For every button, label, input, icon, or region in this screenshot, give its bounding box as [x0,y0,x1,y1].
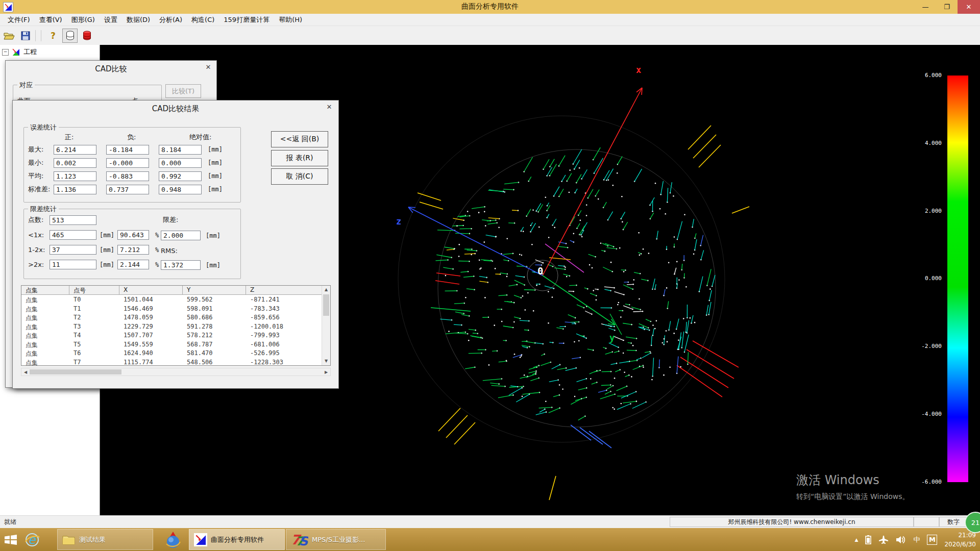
title-bar[interactable]: 曲面分析专用软件 — ❐ ✕ [0,0,980,14]
stat-value-field[interactable]: 1.123 [54,171,96,181]
scroll-left-icon[interactable]: ◀ [21,368,30,377]
color-scale-tick: 6.000 [914,72,942,79]
battery-icon[interactable] [865,535,871,544]
limit-value-field[interactable]: 37 [50,245,96,255]
stat-value-field[interactable]: 0.000 [159,158,202,168]
limit-label: % [155,246,159,254]
stat-value-field[interactable]: 1.136 [54,185,96,194]
correspond-group-label: 对应 [17,81,35,90]
ie-button[interactable]: e [21,528,43,551]
table-row[interactable]: 点集T41507.707578.212-799.993 [21,331,330,340]
scroll-down-icon[interactable]: ▼ [322,357,330,365]
restore-button[interactable]: ❐ [936,0,958,14]
cylinder-view-button[interactable] [62,29,78,43]
limit-value-field[interactable]: 2.144 [117,260,149,269]
compare-button[interactable]: 比较(T) [165,84,201,98]
limit-label: % [155,232,159,239]
taskbar-folder-window[interactable]: 测试结果 [57,529,153,550]
open-file-button[interactable] [2,29,16,42]
table-col-header[interactable]: 点号 [69,286,119,295]
limit-value-field[interactable]: 465 [50,230,96,240]
result-table-header: 点集点号XYZ [21,286,330,295]
limit-label: [mm] [100,246,114,254]
stat-label: [mm] [208,146,223,153]
taskbar-mps-label: MPS/S工业摄影... [312,535,365,544]
compare-dialog-close-icon[interactable]: ✕ [203,63,213,72]
table-row[interactable]: 点集T21478.059580.686-859.656 [21,313,330,322]
menu-item-2[interactable]: 查看(V) [35,14,67,26]
red-cylinder-icon [83,31,91,40]
stat-value-field[interactable]: 0.737 [106,185,149,194]
menu-item-4[interactable]: 设置 [100,14,122,26]
table-row[interactable]: 点集T71115.774548.506-1228.303 [21,358,330,366]
table-row[interactable]: 点集T51549.559568.787-681.006 [21,340,330,349]
horizontal-scrollbar[interactable]: ◀ ▶ [21,368,331,376]
rms-field[interactable]: 1.372 [161,260,201,270]
stat-value-field[interactable]: -8.184 [106,145,149,155]
stat-value-field[interactable]: 8.184 [159,145,202,155]
table-col-header[interactable]: X [119,286,183,295]
menu-item-7[interactable]: 构造(C) [187,14,219,26]
taskbar-clock[interactable]: 21:09 2020/6/30 [944,531,976,549]
tolerance-field[interactable]: 2.000 [161,231,201,240]
table-cell: 1229.729 [119,322,183,331]
report-button[interactable]: 报 表(R) [271,150,328,166]
taskbar-active-window[interactable]: 曲面分析专用软件 [189,529,285,550]
table-cell: 581.470 [183,348,246,358]
vscroll-thumb[interactable] [323,294,329,316]
table-col-header[interactable]: 点集 [21,286,69,295]
open-folder-icon [4,31,15,40]
cancel-button[interactable]: 取 消(C) [271,168,328,185]
table-row[interactable]: 点集T31229.729591.278-1200.018 [21,322,330,331]
minimize-button[interactable]: — [915,0,936,14]
cad-compare-result-dialog[interactable]: CAD比较结果 ✕ 误差统计 正:负:绝对值: 最大:6.214-8.1848.… [12,100,339,389]
close-button[interactable]: ✕ [958,0,980,14]
globe-app-button[interactable] [162,528,184,551]
menu-item-5[interactable]: 数据(D) [122,14,155,26]
table-col-header[interactable]: Z [246,286,323,295]
taskbar-mps-window[interactable]: 77S MPS/S工业摄影... [286,529,386,550]
speaker-icon[interactable] [896,535,906,544]
menu-item-1[interactable]: 文件(F) [3,14,35,26]
save-button[interactable] [18,29,33,42]
stat-value-field[interactable]: 0.948 [159,185,202,194]
result-table[interactable]: 点集点号XYZ 点集T01501.044599.562-871.241点集T11… [21,285,331,366]
red-cylinder-button[interactable] [80,29,94,42]
table-row[interactable]: 点集T11546.469598.091-783.343 [21,304,330,313]
stat-value-field[interactable]: -0.000 [106,158,149,168]
error-col-header: 负: [116,133,178,142]
stat-value-field[interactable]: -0.883 [106,171,149,181]
menu-item-8[interactable]: 159打磨量计算 [219,14,274,26]
start-button[interactable] [0,528,21,551]
show-hidden-icons[interactable]: ▲ [855,537,859,542]
vertical-scrollbar[interactable]: ▲ ▼ [322,286,330,365]
menu-item-3[interactable]: 图形(G) [67,14,100,26]
scroll-up-icon[interactable]: ▲ [322,286,330,294]
airplane-mode-icon[interactable] [878,535,889,544]
tree-node-label: 工程 [23,47,37,57]
limit-label: <1x: [28,231,50,239]
table-row[interactable]: 点集T01501.044599.562-871.241 [21,295,330,304]
limit-value-field[interactable]: 11 [50,260,96,269]
table-col-header[interactable]: Y [183,286,246,295]
rms-unit: [mm] [206,262,220,269]
stat-value-field[interactable]: 6.214 [54,145,96,155]
ime-mode-indicator[interactable]: M [927,535,937,545]
menu-item-6[interactable]: 分析(A) [155,14,187,26]
result-dialog-close-icon[interactable]: ✕ [324,103,334,112]
scroll-right-icon[interactable]: ▶ [322,368,330,377]
tree-node-project[interactable]: − 工程 [0,45,100,59]
tree-expand-icon[interactable]: − [2,49,9,56]
table-cell: 591.278 [183,322,246,331]
limit-value-field[interactable]: 7.212 [117,245,149,255]
back-button[interactable]: <<返 回(B) [271,131,328,147]
help-button[interactable]: ? [46,29,60,42]
limit-value-field[interactable]: 90.643 [117,230,149,240]
menu-item-9[interactable]: 帮助(H) [274,14,307,26]
table-row[interactable]: 点集T61624.940581.470-526.995 [21,348,330,358]
hscroll-thumb[interactable] [30,369,121,374]
ime-language-indicator[interactable]: 中 [913,535,920,544]
point-count-field[interactable]: 513 [50,215,96,225]
stat-value-field[interactable]: 0.992 [159,171,202,181]
stat-value-field[interactable]: 0.002 [54,158,96,168]
